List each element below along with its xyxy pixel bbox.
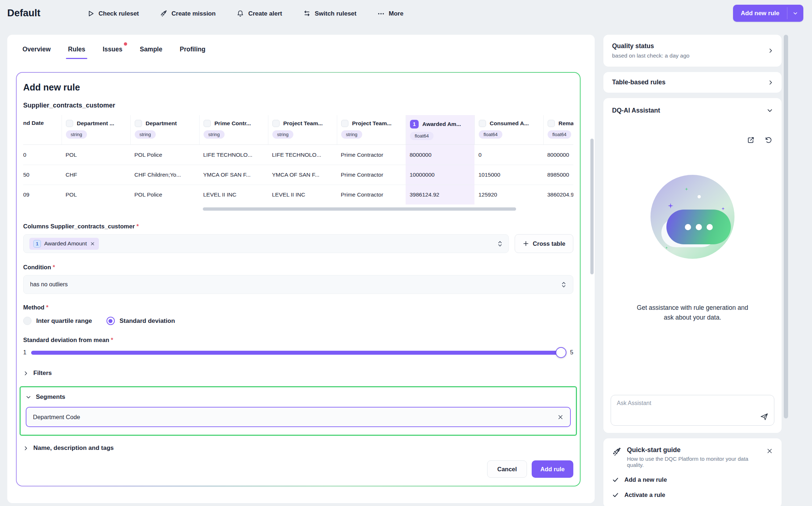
add-rule-submit-button[interactable]: Add rule — [532, 460, 573, 478]
column-type-badge: string — [66, 130, 87, 139]
chevron-right-icon — [768, 48, 774, 54]
issues-notification-dot — [124, 42, 127, 46]
column-header-top: Remainin — [548, 120, 573, 127]
main-panel: Overview Rules Issues Sample Profiling A… — [7, 35, 595, 503]
table-cell: 50 — [23, 165, 62, 185]
radio-label: Inter quartile range — [36, 317, 92, 325]
column-checkbox[interactable] — [341, 120, 348, 127]
check-ruleset-button[interactable]: Check ruleset — [87, 10, 139, 17]
tab-profiling[interactable]: Profiling — [180, 46, 205, 59]
table-cell: YMCA OF SAN F... — [268, 165, 337, 185]
column-checkbox[interactable] — [135, 120, 142, 127]
column-header-top: 1Awarded Am... — [410, 120, 471, 128]
add-new-rule-split-button: Add new rule — [733, 5, 803, 22]
column-header[interactable]: Consumed A...float64 — [474, 115, 543, 144]
filters-section-toggle[interactable]: Filters — [23, 370, 573, 377]
condition-select[interactable]: has no outliers — [23, 275, 573, 294]
column-header-top: Project Team... — [272, 120, 333, 127]
table-cell: Prime Contractor — [337, 145, 406, 165]
switch-ruleset-button[interactable]: Switch ruleset — [303, 10, 356, 17]
column-checkbox[interactable] — [479, 120, 486, 127]
table-cell: 125920 — [474, 185, 543, 204]
radio-inter-quartile-range[interactable]: Inter quartile range — [23, 317, 92, 325]
column-checkbox[interactable] — [272, 120, 280, 127]
switch-ruleset-label: Switch ruleset — [315, 10, 356, 17]
column-checkbox[interactable] — [548, 120, 555, 127]
tab-sample[interactable]: Sample — [140, 46, 162, 59]
add-new-rule-button[interactable]: Add new rule — [733, 5, 787, 22]
slider-track[interactable] — [31, 351, 565, 355]
chevron-down-icon[interactable] — [767, 107, 773, 114]
chip-remove-icon[interactable] — [90, 241, 95, 246]
column-header-top: Prime Contr... — [204, 120, 264, 127]
clear-icon[interactable] — [557, 414, 564, 420]
ellipsis-icon — [377, 10, 385, 17]
column-checkbox[interactable] — [66, 120, 73, 127]
slider-min-label: 1 — [23, 349, 26, 356]
dot-decoration — [698, 195, 701, 198]
quickstart-item-activate-rule[interactable]: Activate a rule — [612, 492, 773, 498]
ask-assistant-input[interactable] — [617, 400, 753, 406]
create-mission-button[interactable]: Create mission — [160, 10, 216, 17]
column-selected-badge[interactable]: 1 — [410, 120, 419, 128]
columns-select[interactable]: 1 Awarded Amount — [23, 234, 509, 253]
close-icon[interactable] — [766, 446, 773, 454]
table-based-rules-card[interactable]: Table-based rules — [603, 72, 782, 93]
name-description-tags-toggle[interactable]: Name, description and tags — [23, 444, 573, 452]
segments-section-annotated: Segments — [20, 386, 577, 436]
column-header[interactable]: 1Awarded Am...float64 — [406, 115, 474, 144]
tab-overview[interactable]: Overview — [22, 46, 51, 59]
bell-icon — [237, 10, 244, 17]
preview-table: nd DateDepartment ...stringDepartmentstr… — [23, 115, 573, 204]
add-new-rule-dropdown[interactable] — [787, 5, 803, 22]
table-cell: 0 — [23, 145, 62, 165]
column-header[interactable]: Remaininfloat64 — [543, 115, 573, 144]
chevron-right-icon — [23, 446, 29, 451]
column-type-badge: string — [135, 130, 156, 139]
tab-issues[interactable]: Issues — [102, 46, 122, 59]
segments-input[interactable] — [33, 414, 557, 421]
name-description-tags-label: Name, description and tags — [33, 444, 114, 452]
quickstart-subtitle: How to use the DQC Platform to monitor y… — [627, 456, 761, 468]
column-type-badge: float64 — [479, 130, 502, 139]
table-row: 50CHFCHF Children;Yo...YMCA OF SAN F...Y… — [23, 165, 573, 185]
column-header[interactable]: Prime Contr...string — [199, 115, 268, 144]
column-header[interactable]: Department ...string — [62, 115, 130, 144]
chip-label: Awarded Amount — [44, 240, 87, 247]
quickstart-item-add-rule[interactable]: Add a new rule — [612, 476, 773, 483]
column-header-top: Project Team... — [341, 120, 402, 127]
table-cell: CHF Children;Yo... — [130, 165, 199, 185]
panel-vertical-scrollbar[interactable] — [590, 139, 594, 274]
filters-label: Filters — [33, 370, 52, 377]
table-cell: Prime Contractor — [337, 165, 406, 185]
cross-table-button[interactable]: Cross table — [515, 234, 573, 253]
segments-section-toggle[interactable]: Segments — [26, 393, 571, 401]
chevron-right-icon — [23, 371, 29, 376]
table-cell: POL — [62, 145, 130, 165]
more-label: More — [389, 10, 403, 17]
more-button[interactable]: More — [377, 10, 403, 17]
cancel-button[interactable]: Cancel — [487, 460, 527, 478]
column-header[interactable]: nd Date — [23, 115, 62, 144]
tab-issues-label: Issues — [102, 46, 122, 53]
create-alert-button[interactable]: Create alert — [237, 10, 282, 17]
table-based-rules-title: Table-based rules — [612, 79, 773, 86]
panel-title: Add new rule — [23, 82, 573, 93]
slider-thumb[interactable] — [556, 347, 566, 358]
reset-chat-icon[interactable] — [764, 136, 772, 144]
column-checkbox[interactable] — [204, 120, 211, 127]
open-external-icon[interactable] — [747, 136, 755, 144]
table-row: 0POLPOL PoliceLIFE TECHNOLO...LIFE TECHN… — [23, 145, 573, 165]
sparkle-icon — [667, 202, 674, 209]
column-type-badge: string — [341, 130, 362, 139]
column-header[interactable]: Departmentstring — [130, 115, 199, 144]
column-header[interactable]: Project Team...string — [268, 115, 337, 144]
radio-standard-deviation[interactable]: Standard deviation — [106, 317, 175, 325]
quality-status-card[interactable]: Quality status based on last check: a da… — [603, 35, 782, 67]
tab-rules[interactable]: Rules — [68, 46, 85, 59]
column-name: Project Team... — [352, 120, 392, 127]
horizontal-scrollbar[interactable] — [203, 207, 516, 211]
page-vertical-scrollbar[interactable] — [784, 35, 788, 418]
column-header[interactable]: Project Team...string — [337, 115, 406, 144]
send-icon[interactable] — [760, 412, 769, 421]
